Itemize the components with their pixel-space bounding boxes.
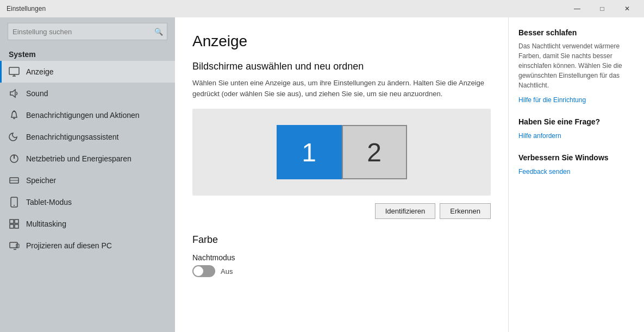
storage-icon	[9, 175, 20, 186]
sidebar-item-benachrichtigungsassistent[interactable]: Benachrichtigungsassistent	[0, 126, 175, 148]
tablet-icon	[9, 197, 20, 208]
nachtmodus-toggle-row: Aus	[192, 265, 491, 277]
rp-link-feedback[interactable]: Feedback senden	[518, 168, 570, 176]
power-icon	[9, 153, 20, 164]
project-icon	[9, 240, 20, 251]
page-title: Anzeige	[192, 33, 491, 50]
nachtmodus-label: Nachtmodus	[192, 253, 491, 262]
sidebar-label-netzbetrieb: Netzbetrieb und Energiesparen	[26, 154, 132, 163]
rp-section-windows: Verbessern Sie Windows Feedback senden	[518, 153, 634, 176]
toggle-knob	[193, 266, 203, 276]
display-icon	[9, 66, 20, 77]
app-body: 🔍 System Anzeige Sound Benachrichtigunge…	[0, 17, 644, 332]
erkennen-button[interactable]: Erkennen	[440, 203, 491, 219]
rp-title-frage: Haben Sie eine Frage?	[518, 117, 634, 126]
sidebar-item-speicher[interactable]: Speicher	[0, 170, 175, 191]
sidebar-item-sound[interactable]: Sound	[0, 83, 175, 104]
moon-icon	[9, 131, 20, 142]
titlebar: Einstellungen — □ ✕	[0, 0, 644, 17]
app-title: Einstellungen	[7, 5, 46, 12]
sidebar-label-benachrichtigungsassistent: Benachrichtigungsassistent	[26, 133, 118, 141]
rp-section-schlafen: Besser schlafen Das Nachtlicht verwendet…	[518, 28, 634, 104]
monitor-buttons: Identifizieren Erkennen	[192, 203, 491, 219]
svg-rect-12	[10, 224, 14, 228]
nachtmodus-toggle[interactable]	[192, 265, 215, 277]
svg-marker-3	[10, 90, 15, 97]
sidebar-item-projizieren[interactable]: Projizieren auf diesen PC	[0, 235, 175, 256]
right-panel: Besser schlafen Das Nachtlicht verwendet…	[508, 17, 644, 332]
sound-icon	[9, 88, 20, 99]
sidebar-label-multitasking: Multitasking	[26, 220, 66, 228]
maximize-button[interactable]: □	[590, 0, 615, 17]
identify-button[interactable]: Identifizieren	[375, 203, 436, 219]
monitor-2[interactable]: 2	[342, 125, 407, 179]
search-input[interactable]	[8, 23, 167, 40]
search-wrap: 🔍	[0, 17, 175, 46]
monitor-1[interactable]: 1	[277, 125, 342, 179]
rp-title-schlafen: Besser schlafen	[518, 28, 634, 37]
svg-rect-0	[9, 67, 19, 74]
rp-text-schlafen: Das Nachtlicht verwendet wärmere Farben,…	[518, 41, 634, 90]
sidebar-item-anzeige[interactable]: Anzeige	[0, 61, 175, 83]
main-content: Anzeige Bildschirme auswählen und neu or…	[175, 17, 508, 332]
system-label: System	[0, 46, 175, 61]
rp-link-hilfe[interactable]: Hilfe anfordern	[518, 132, 561, 140]
svg-rect-10	[10, 220, 14, 223]
sidebar-item-multitasking[interactable]: Multitasking	[0, 213, 175, 235]
farbe-title: Farbe	[192, 234, 491, 246]
multitasking-icon	[9, 218, 20, 229]
monitor1-label: 1	[302, 137, 316, 167]
sidebar-item-netzbetrieb[interactable]: Netzbetrieb und Energiesparen	[0, 148, 175, 170]
monitor2-label: 2	[367, 137, 382, 167]
sidebar-item-benachrichtigungen[interactable]: Benachrichtigungen und Aktionen	[0, 104, 175, 126]
section1-title: Bildschirme auswählen und neu ordnen	[192, 61, 491, 72]
sidebar-item-tablet[interactable]: Tablet-Modus	[0, 191, 175, 213]
sidebar: 🔍 System Anzeige Sound Benachrichtigunge…	[0, 17, 175, 332]
monitor-area: 1 2	[192, 109, 491, 196]
sidebar-label-tablet: Tablet-Modus	[26, 198, 72, 206]
sidebar-label-anzeige: Anzeige	[26, 67, 54, 76]
rp-section-frage: Haben Sie eine Frage? Hilfe anfordern	[518, 117, 634, 140]
nachtmodus-status: Aus	[221, 267, 233, 275]
section1-desc: Wählen Sie unten eine Anzeige aus, um ih…	[192, 78, 491, 99]
rp-link-einrichtung[interactable]: Hilfe für die Einrichtung	[518, 96, 586, 104]
svg-rect-11	[15, 220, 18, 223]
minimize-button[interactable]: —	[565, 0, 590, 17]
rp-title-windows: Verbessern Sie Windows	[518, 153, 634, 162]
close-button[interactable]: ✕	[615, 0, 640, 17]
window-controls: — □ ✕	[565, 0, 640, 17]
sidebar-label-projizieren: Projizieren auf diesen PC	[26, 241, 112, 250]
svg-point-9	[14, 205, 15, 206]
sidebar-label-benachrichtigungen: Benachrichtigungen und Aktionen	[26, 111, 140, 120]
notification-icon	[9, 110, 20, 121]
sidebar-label-sound: Sound	[26, 89, 48, 98]
sidebar-label-speicher: Speicher	[26, 176, 56, 185]
svg-rect-13	[15, 224, 18, 228]
